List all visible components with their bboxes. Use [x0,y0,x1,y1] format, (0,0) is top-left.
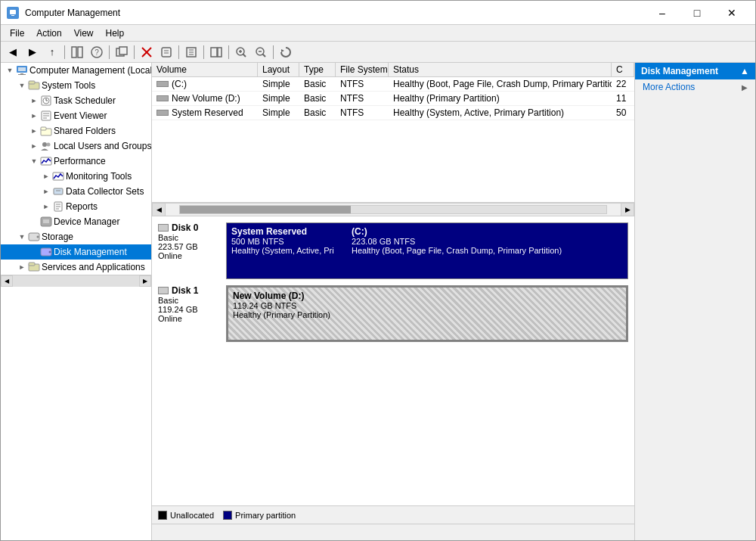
table-row[interactable]: System Reserved Simple Basic NTFS Health… [152,106,634,120]
toggle-users[interactable]: ► [28,140,40,152]
cell-status-d: Healthy (Primary Partition) [389,92,612,105]
help-toolbar-button[interactable]: ? [88,44,106,61]
delete-button[interactable] [138,44,156,61]
scroll-track[interactable] [179,205,607,214]
toggle-reports[interactable]: ► [40,201,52,213]
svg-rect-4 [78,47,82,58]
storage-icon [28,231,40,243]
scroll-right-arrow[interactable]: ▶ [621,203,634,216]
toolbar-separator-7 [273,45,274,59]
sidebar-item-event-viewer[interactable]: ► Event Viewer [1,108,151,123]
toggle-task[interactable]: ► [28,95,40,107]
legend-box-primary [223,511,232,520]
actions-collapse-icon[interactable]: ▲ [740,66,749,76]
right-panel: Volume Layout Type File System Status C … [152,63,755,540]
menu-action[interactable]: Action [30,26,67,40]
partition-c-name: (C:) [352,226,623,237]
sidebar-item-local-users[interactable]: ► Local Users and Groups [1,138,151,154]
menu-help[interactable]: Help [100,26,131,40]
close-button[interactable]: ✕ [714,1,749,25]
sidebar-item-data-collector-sets[interactable]: ► Data Collector Sets [1,184,151,199]
sidebar-scroll-right[interactable]: ▶ [139,275,151,287]
svg-rect-3 [72,47,76,58]
menu-file[interactable]: File [4,26,30,40]
sidebar-item-services-apps[interactable]: ► Services and Applications [1,260,151,275]
horizontal-scrollbar[interactable]: ◀ ▶ [152,203,634,216]
partition-c-size: 223.08 GB NTFS [352,237,623,246]
toggle-monitor[interactable]: ► [40,170,52,182]
actions-item-more[interactable]: More Actions ▶ [635,79,755,95]
partition-system-reserved[interactable]: System Reserved 500 MB NTFS Healthy (Sys… [227,223,347,278]
toggle-event[interactable]: ► [28,110,40,122]
minimize-button[interactable]: – [645,1,680,25]
sidebar-item-shared-folders[interactable]: ► Shared Folders [1,123,151,138]
svg-marker-27 [281,49,284,52]
tree-root[interactable]: ▼ Computer Management (Local [1,63,151,78]
svg-rect-1 [10,10,16,14]
sidebar-item-performance[interactable]: ▼ Performance [1,154,151,169]
partition-d-drive[interactable]: New Volume (D:) 119.24 GB NTFS Healthy (… [227,286,627,341]
svg-rect-18 [211,48,217,57]
zoom-in-button[interactable] [232,44,250,61]
rescan-button[interactable] [277,44,295,61]
status-bar [152,524,634,540]
toggle-shared[interactable]: ► [28,125,40,137]
legend-box-unallocated [158,511,167,520]
event-viewer-label: Event Viewer [54,110,107,121]
tree-toggle-root[interactable]: ▼ [4,64,16,76]
up-button[interactable]: ↑ [43,44,61,61]
sidebar-scrollbar[interactable]: ◀ ▶ [1,275,151,287]
new-window-button[interactable] [113,44,131,61]
action-pane-button[interactable] [207,44,225,61]
show-hide-button[interactable] [68,44,86,61]
sidebar-item-reports[interactable]: ► Reports [1,199,151,214]
scroll-thumb[interactable] [180,206,351,213]
sidebar-item-device-manager[interactable]: ► Device Manager [1,214,151,229]
col-type[interactable]: Type [299,63,336,76]
back-button[interactable]: ◀ [4,44,22,61]
col-filesystem[interactable]: File System [336,63,389,76]
col-layout[interactable]: Layout [258,63,299,76]
disk-0-partitions: System Reserved 500 MB NTFS Healthy (Sys… [226,222,628,279]
sidebar-item-storage[interactable]: ▼ Storage [1,229,151,244]
event-viewer-icon [40,110,52,122]
sidebar-item-system-tools[interactable]: ▼ System Tools [1,78,151,93]
window-title: Computer Management [25,8,120,18]
properties-button[interactable] [157,44,175,61]
svg-point-59 [49,250,51,253]
col-volume[interactable]: Volume [152,63,258,76]
disk-1-name-text: Disk 1 [172,285,198,296]
sidebar-scroll-left[interactable]: ◀ [1,275,13,287]
toggle-services[interactable]: ► [16,261,28,273]
menu-view[interactable]: View [68,26,100,40]
cell-fs-d: NTFS [336,92,389,105]
toggle-data-collector[interactable]: ► [40,185,52,197]
window-controls: – □ ✕ [645,1,749,25]
center-panel: Volume Layout Type File System Status C … [152,63,634,540]
forward-button[interactable]: ▶ [23,44,42,61]
export-list-button[interactable] [182,44,200,61]
svg-rect-48 [54,188,63,194]
users-icon [40,140,52,152]
toggle-perf[interactable]: ▼ [28,155,40,167]
zoom-out-button[interactable] [252,44,270,61]
toolbar-separator-1 [64,45,65,59]
scroll-left-arrow[interactable]: ◀ [152,203,166,216]
partition-c-drive[interactable]: (C:) 223.08 GB NTFS Healthy (Boot, Page … [347,223,627,278]
sidebar-item-monitoring-tools[interactable]: ► Monitoring Tools [1,169,151,184]
monitoring-icon [52,170,64,182]
col-capacity[interactable]: C [612,63,634,76]
toggle-storage[interactable]: ▼ [16,231,28,243]
col-status[interactable]: Status [389,63,612,76]
actions-header: Disk Management ▲ [635,63,755,79]
table-row[interactable]: New Volume (D:) Simple Basic NTFS Health… [152,92,634,106]
reports-label: Reports [66,201,98,212]
sidebar-item-task-scheduler[interactable]: ► Task Scheduler [1,93,151,108]
table-row[interactable]: (C:) Simple Basic NTFS Healthy (Boot, Pa… [152,77,634,92]
partition-c-status: Healthy (Boot, Page File, Crash Dump, Pr… [352,246,623,255]
maximize-button[interactable]: □ [680,1,714,25]
disk-0-entry: Disk 0 Basic 223.57 GB Online System Res… [158,222,628,279]
toggle-system-tools[interactable]: ▼ [16,79,28,92]
sidebar-item-disk-management[interactable]: ► Disk Management [1,244,151,260]
performance-label: Performance [54,156,106,166]
